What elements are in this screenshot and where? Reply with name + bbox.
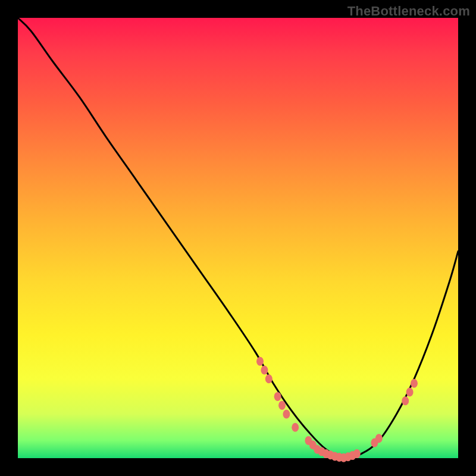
curve-marker [256,357,264,366]
curve-marker [353,449,361,458]
chart-frame: TheBottleneck.com [0,0,476,476]
curve-markers [256,357,418,462]
curve-marker [406,388,414,397]
plot-area [18,18,458,458]
curve-svg [18,18,458,458]
curve-marker [375,434,383,443]
bottleneck-curve [18,18,458,458]
curve-marker [274,392,281,401]
curve-marker [411,379,418,388]
curve-marker [292,423,299,432]
curve-marker [261,366,268,375]
curve-marker [278,401,286,410]
curve-marker [283,410,290,419]
curve-marker [265,374,273,383]
curve-marker [402,396,409,405]
watermark-text: TheBottleneck.com [347,4,470,19]
